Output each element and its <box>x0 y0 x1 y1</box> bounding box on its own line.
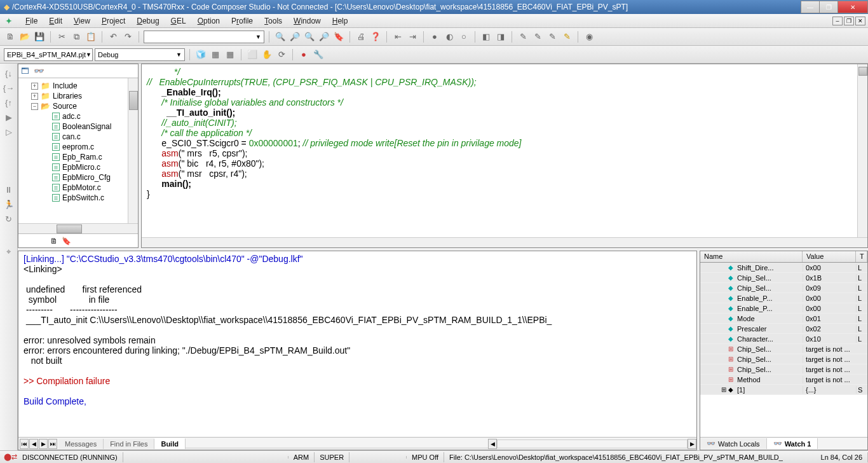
find-icon[interactable]: 🔍 <box>274 31 287 43</box>
bp-enable-icon[interactable]: ◐ <box>443 31 456 43</box>
cut-icon[interactable]: ✂ <box>55 31 68 43</box>
tab-first-button[interactable]: ⏮ <box>20 439 29 449</box>
build-hscroll[interactable] <box>497 439 688 448</box>
halt-icon[interactable]: ✋ <box>261 48 273 61</box>
menu-window[interactable]: Window <box>288 15 326 27</box>
run-to-icon[interactable]: ▷ <box>6 127 12 137</box>
halt2-icon[interactable]: ⏸ <box>4 185 13 195</box>
config-dropdown[interactable]: Debug▼ <box>95 48 185 61</box>
watch-row[interactable]: ◆Prescaler0x02L <box>700 324 867 334</box>
copy-icon[interactable]: ⧉ <box>70 31 83 43</box>
code-hscroll[interactable] <box>142 237 867 247</box>
build-output[interactable]: [Linking...] "C:\CCStudio_v3.3\tms470\cg… <box>18 251 696 437</box>
step-over-icon[interactable]: {→ <box>3 83 14 93</box>
paste-icon[interactable]: 📋 <box>85 31 97 43</box>
watch-col-type[interactable]: T <box>856 251 867 262</box>
watch-row[interactable]: ⊞Chip_Sel...target is not ... <box>700 354 867 364</box>
tool-icon[interactable]: 🔧 <box>312 48 325 61</box>
print-icon[interactable]: 🖨 <box>355 31 367 43</box>
new-file-icon[interactable]: 🗎 <box>4 31 17 43</box>
watch-row[interactable]: ◆Enable_P...0x00L <box>700 303 867 314</box>
tree-file[interactable]: ≡adc.c <box>18 111 138 121</box>
watch-row[interactable]: ◆Enable_P...0x00L <box>700 293 867 303</box>
tab-prev-button[interactable]: ◀ <box>29 439 38 449</box>
menu-project[interactable]: Project <box>97 15 130 27</box>
outdent-icon[interactable]: ⇤ <box>391 31 404 43</box>
misc1-icon[interactable]: ✎ <box>517 31 529 43</box>
redo-icon[interactable]: ↷ <box>121 31 134 43</box>
find-prev-icon[interactable]: 🔍 <box>303 31 316 43</box>
probe-icon[interactable]: ◉ <box>583 31 595 43</box>
tree-hscroll[interactable] <box>18 223 138 233</box>
mdi-close-button[interactable]: ✕ <box>855 17 865 25</box>
step-into-icon[interactable]: {↓ <box>5 69 12 78</box>
project-dropdown[interactable]: EPBi_B4_sPTM_RAM.pjt▼ <box>4 48 93 61</box>
watch-col-name[interactable]: Name <box>700 251 803 262</box>
watch-row[interactable]: ◆Character...0x10L <box>700 334 867 344</box>
bp-clear-icon[interactable]: ○ <box>458 31 470 43</box>
rebuild-icon[interactable]: ▦ <box>224 48 236 61</box>
tree-folder-libraries[interactable]: +📁Libraries <box>18 91 138 101</box>
tab-watch-1[interactable]: 👓Watch 1 <box>767 438 818 449</box>
menu-file[interactable]: File <box>20 15 43 27</box>
tab-build[interactable]: Build <box>154 438 186 449</box>
tree-file[interactable]: ≡EpbMicro.c <box>18 162 138 172</box>
menu-view[interactable]: View <box>69 15 95 27</box>
indent-icon[interactable]: ⇥ <box>406 31 419 43</box>
save-icon[interactable]: 💾 <box>33 31 46 43</box>
menu-gel[interactable]: GEL <box>166 15 191 27</box>
build-scroll-left[interactable]: ◀ <box>488 439 497 449</box>
code-vscroll[interactable] <box>857 64 867 237</box>
tree-file[interactable]: ≡Epb_Ram.c <box>18 152 138 162</box>
watch-body[interactable]: ◆Shift_Dire...0x00L◆Chip_Sel...0x1BL◆Chi… <box>700 263 867 437</box>
find-files-icon[interactable]: 🔎 <box>318 31 330 43</box>
build-scroll-right[interactable]: ▶ <box>688 439 696 449</box>
tree-file[interactable]: ≡can.c <box>18 132 138 142</box>
undo-icon[interactable]: ↶ <box>107 31 119 43</box>
project-tree[interactable]: +📁Include +📁Libraries −📂Source ≡adc.c≡Bo… <box>18 78 138 223</box>
animate-icon[interactable]: 🏃 <box>4 200 14 209</box>
tab-find-in-files[interactable]: Find in Files <box>104 439 154 449</box>
tab-messages[interactable]: Messages <box>58 439 104 449</box>
bookmark2-icon[interactable]: 🔖 <box>62 237 71 245</box>
menu-option[interactable]: Option <box>193 15 225 27</box>
step-out-icon[interactable]: {↑ <box>5 98 12 107</box>
glasses-icon[interactable]: 👓 <box>33 66 43 76</box>
block-right-icon[interactable]: ◨ <box>494 31 507 43</box>
help-icon[interactable]: ❓ <box>369 31 382 43</box>
tab-last-button[interactable]: ⏭ <box>48 439 57 449</box>
watch-row[interactable]: ◆Chip_Sel...0x1BL <box>700 273 867 283</box>
menu-debug[interactable]: Debug <box>132 15 164 27</box>
tree-folder-include[interactable]: +📁Include <box>18 81 138 91</box>
watch-row[interactable]: ⊞Chip_Sel...target is not ... <box>700 344 867 354</box>
misc3-icon[interactable]: ✎ <box>546 31 559 43</box>
bookmark-icon[interactable]: 🔖 <box>332 31 345 43</box>
reset-icon[interactable]: ⟳ <box>275 48 288 61</box>
refresh-icon[interactable]: ↻ <box>5 214 12 224</box>
menu-edit[interactable]: Edit <box>44 15 67 27</box>
menu-help[interactable]: Help <box>327 15 353 27</box>
filetab-icon[interactable]: 🗔 <box>21 66 29 76</box>
build-icon[interactable]: 🧊 <box>194 48 207 61</box>
menu-tools[interactable]: Tools <box>259 15 287 27</box>
tree-file[interactable]: ≡EpbMicro_Cfg <box>18 172 138 183</box>
find-next-icon[interactable]: 🔎 <box>288 31 301 43</box>
open-icon[interactable]: 📂 <box>18 31 31 43</box>
code-editor[interactable]: */// EnableCpuInterrupts(TRUE, (CPU_PSR_… <box>142 64 867 237</box>
misc2-icon[interactable]: ✎ <box>531 31 544 43</box>
bp2-icon[interactable]: ● <box>297 48 310 61</box>
watch-row[interactable]: ⊞Methodtarget is not ... <box>700 375 867 385</box>
tree-file[interactable]: ≡eeprom.c <box>18 142 138 152</box>
block-left-icon[interactable]: ◧ <box>480 31 492 43</box>
minimize-button[interactable]: — <box>801 1 820 13</box>
quickwatch-icon[interactable]: ⌖ <box>6 247 11 257</box>
watch-row[interactable]: ◆Shift_Dire...0x00L <box>700 263 867 273</box>
mdi-restore-button[interactable]: ❐ <box>844 17 854 25</box>
tree-file[interactable]: ≡EpbSwitch.c <box>18 193 138 203</box>
tab-next-button[interactable]: ▶ <box>39 439 48 449</box>
tree-file[interactable]: ≡BooleanSignal <box>18 121 138 132</box>
search-dropdown[interactable]: ▼ <box>144 31 264 43</box>
menu-profile[interactable]: Profile <box>226 15 258 27</box>
tree-file[interactable]: ≡EpbMotor.c <box>18 183 138 193</box>
maximize-button[interactable]: ❐ <box>819 1 838 13</box>
